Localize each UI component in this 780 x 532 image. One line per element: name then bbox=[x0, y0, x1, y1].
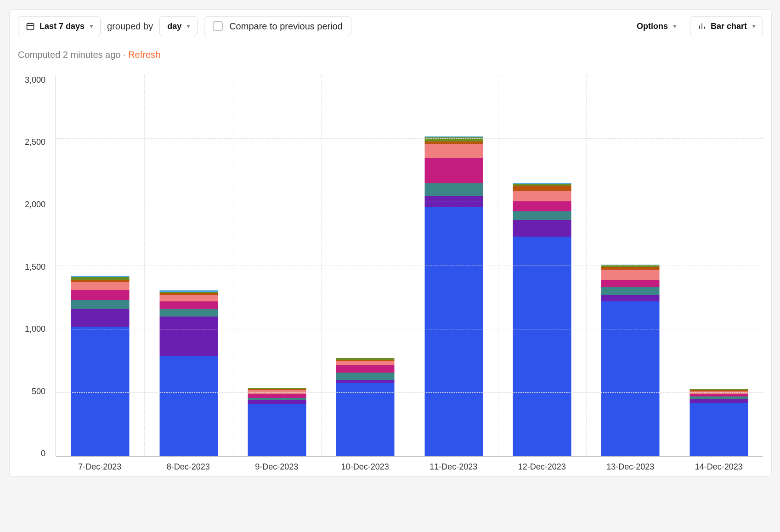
bar-segment[interactable] bbox=[71, 327, 130, 456]
x-tick-label: 11-Dec-2023 bbox=[409, 462, 498, 472]
bar-segment[interactable] bbox=[248, 404, 306, 456]
bar-stack[interactable] bbox=[159, 290, 218, 456]
x-tick-label: 9-Dec-2023 bbox=[232, 462, 321, 472]
bar-segment[interactable] bbox=[336, 383, 395, 456]
date-range-picker[interactable]: Last 7 days ▾ bbox=[18, 16, 101, 36]
bar-slot bbox=[321, 75, 409, 456]
bar-stack[interactable] bbox=[513, 183, 571, 456]
bar-stack[interactable] bbox=[71, 276, 130, 456]
compare-label: Compare to previous period bbox=[229, 21, 343, 32]
bar-slot bbox=[56, 75, 144, 456]
bar-segment[interactable] bbox=[424, 207, 483, 456]
bar-segment[interactable] bbox=[71, 309, 130, 327]
bar-segment[interactable] bbox=[248, 400, 306, 404]
vgridline bbox=[410, 75, 410, 456]
bar-chart-icon bbox=[698, 22, 706, 30]
bar-segment[interactable] bbox=[336, 361, 395, 365]
vgridline bbox=[675, 75, 675, 456]
bar-segment[interactable] bbox=[601, 270, 660, 280]
checkbox-box-icon bbox=[213, 21, 223, 31]
bar-segment[interactable] bbox=[71, 290, 130, 300]
vgridline bbox=[144, 75, 145, 456]
bar-stack[interactable] bbox=[248, 388, 306, 456]
chart-type-select[interactable]: Bar chart ▾ bbox=[690, 16, 763, 36]
bar-segment[interactable] bbox=[690, 399, 748, 403]
bar-segment[interactable] bbox=[424, 144, 483, 158]
x-tick-label: 10-Dec-2023 bbox=[321, 462, 410, 472]
bar-stack[interactable] bbox=[424, 136, 483, 456]
bar-slot bbox=[233, 75, 321, 456]
x-tick-label: 12-Dec-2023 bbox=[498, 462, 587, 472]
bar-segment[interactable] bbox=[159, 295, 218, 301]
bar-slot bbox=[144, 75, 232, 456]
x-tick-label: 13-Dec-2023 bbox=[586, 462, 675, 472]
bar-stack[interactable] bbox=[336, 358, 395, 456]
options-label: Options bbox=[637, 22, 668, 31]
chart-type-label: Bar chart bbox=[711, 22, 747, 31]
x-axis-labels: 7-Dec-20238-Dec-20239-Dec-202310-Dec-202… bbox=[56, 457, 763, 472]
bar-segment[interactable] bbox=[159, 309, 218, 317]
bar-segment[interactable] bbox=[336, 365, 395, 373]
vgridline bbox=[498, 75, 498, 456]
bar-segment[interactable] bbox=[601, 301, 660, 456]
bar-slot bbox=[586, 75, 674, 456]
chevron-down-icon: ▾ bbox=[90, 23, 93, 29]
x-tick-label: 7-Dec-2023 bbox=[56, 462, 144, 472]
group-unit-label: day bbox=[167, 22, 181, 31]
bar-segment[interactable] bbox=[513, 201, 571, 211]
chevron-down-icon: ▾ bbox=[187, 23, 190, 29]
bar-segment[interactable] bbox=[424, 158, 483, 183]
bar-segment[interactable] bbox=[513, 220, 571, 237]
chevron-down-icon: ▾ bbox=[752, 23, 755, 29]
y-axis: 05001,0001,5002,0002,5003,000 bbox=[18, 75, 50, 449]
bar-segment[interactable] bbox=[248, 394, 306, 398]
bar-slot bbox=[498, 75, 586, 456]
compare-previous-checkbox[interactable]: Compare to previous period bbox=[204, 16, 351, 36]
bar-segment[interactable] bbox=[690, 403, 748, 456]
vgridline bbox=[233, 75, 233, 456]
bar-segment[interactable] bbox=[424, 183, 483, 196]
x-tick-label: 8-Dec-2023 bbox=[144, 462, 233, 472]
svg-rect-0 bbox=[27, 23, 34, 29]
bar-segment[interactable] bbox=[159, 301, 218, 309]
chart-area: 05001,0001,5002,0002,5003,000 7-Dec-2023… bbox=[10, 67, 771, 476]
toolbar: Last 7 days ▾ grouped by day ▾ Compare t… bbox=[10, 10, 771, 43]
calendar-icon bbox=[26, 22, 35, 31]
x-tick-label: 14-Dec-2023 bbox=[675, 462, 763, 472]
bar-segment[interactable] bbox=[336, 373, 395, 380]
computed-ago-label: Computed 2 minutes ago bbox=[18, 50, 120, 60]
vgridline bbox=[321, 75, 322, 456]
grouped-by-label: grouped by bbox=[107, 21, 153, 32]
status-row: Computed 2 minutes ago · Refresh bbox=[10, 43, 771, 67]
group-unit-select[interactable]: day ▾ bbox=[159, 16, 198, 36]
bar-stack[interactable] bbox=[690, 389, 748, 456]
chart-plot[interactable] bbox=[56, 75, 763, 457]
bar-segment[interactable] bbox=[601, 280, 660, 288]
bar-segment[interactable] bbox=[513, 211, 571, 220]
bar-segment[interactable] bbox=[71, 300, 130, 309]
date-range-label: Last 7 days bbox=[40, 22, 85, 31]
refresh-link[interactable]: Refresh bbox=[128, 50, 160, 60]
chevron-down-icon: ▾ bbox=[673, 23, 676, 29]
bar-segment[interactable] bbox=[513, 191, 571, 201]
bar-segment[interactable] bbox=[71, 282, 130, 290]
vgridline bbox=[586, 75, 587, 456]
bar-slot bbox=[410, 75, 498, 456]
options-menu[interactable]: Options ▾ bbox=[629, 16, 684, 36]
separator: · bbox=[123, 50, 126, 60]
bar-stack[interactable] bbox=[601, 265, 660, 456]
bar-segment[interactable] bbox=[601, 287, 660, 295]
bar-segment[interactable] bbox=[513, 186, 571, 191]
bar-slot bbox=[675, 75, 763, 456]
bar-segment[interactable] bbox=[601, 295, 660, 301]
bar-segment[interactable] bbox=[513, 237, 571, 456]
bar-segment[interactable] bbox=[159, 356, 218, 456]
bar-segment[interactable] bbox=[159, 317, 218, 356]
chart-panel: Last 7 days ▾ grouped by day ▾ Compare t… bbox=[9, 9, 772, 477]
